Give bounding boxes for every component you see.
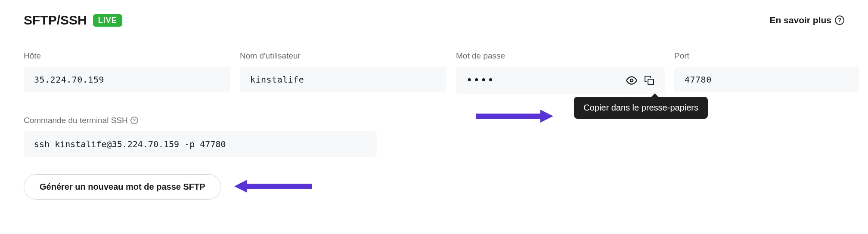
password-masked: •••• — [466, 74, 495, 86]
host-value: 35.224.70.159 — [34, 74, 104, 85]
username-value-box[interactable]: kinstalife — [240, 67, 446, 92]
password-label: Mot de passe — [456, 51, 665, 61]
username-value: kinstalife — [250, 74, 304, 85]
help-icon: ? — [835, 15, 844, 25]
port-value-box[interactable]: 47780 — [674, 67, 859, 92]
username-field: Nom d'utilisateur kinstalife — [240, 51, 446, 94]
learn-more-label: En savoir plus — [769, 15, 831, 25]
copy-password-icon[interactable] — [644, 75, 654, 86]
copy-tooltip: Copier dans le presse-papiers — [574, 97, 708, 119]
live-badge: LIVE — [93, 14, 122, 27]
host-label: Hôte — [24, 51, 230, 61]
host-field: Hôte 35.224.70.159 — [24, 51, 230, 94]
password-value-box[interactable]: •••• Copier dans le presse-papiers — [456, 67, 665, 94]
help-icon[interactable]: ? — [130, 117, 138, 124]
annotation-arrow-tooltip — [476, 108, 553, 125]
ssh-label: Commande du terminal SSH ? — [24, 116, 844, 125]
generate-password-button[interactable]: Générer un nouveau mot de passe SFTP — [24, 174, 221, 200]
svg-marker-5 — [234, 180, 247, 193]
password-field: Mot de passe •••• Copier dans le pres — [456, 51, 665, 94]
port-label: Port — [674, 51, 859, 61]
svg-rect-1 — [648, 79, 654, 85]
svg-point-0 — [630, 79, 633, 82]
username-label: Nom d'utilisateur — [240, 51, 446, 61]
learn-more-link[interactable]: En savoir plus ? — [769, 15, 844, 25]
port-field: Port 47780 — [674, 51, 859, 94]
page-title: SFTP/SSH — [24, 13, 87, 28]
ssh-command-box[interactable]: ssh kinstalife@35.224.70.159 -p 47780 — [24, 131, 377, 157]
svg-marker-3 — [540, 110, 553, 123]
port-value: 47780 — [685, 74, 712, 85]
reveal-password-icon[interactable] — [626, 75, 637, 86]
ssh-command-value: ssh kinstalife@35.224.70.159 -p 47780 — [34, 139, 226, 149]
annotation-arrow-button — [234, 178, 312, 197]
host-value-box[interactable]: 35.224.70.159 — [24, 67, 230, 92]
